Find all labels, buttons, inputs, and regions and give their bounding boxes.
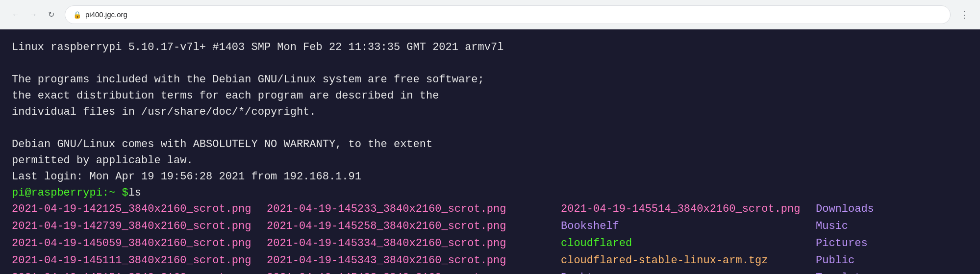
terminal-line-2 [12,55,968,72]
terminal-line-4: the exact distribution terms for each pr… [12,88,968,104]
list-item: 2021-04-19-145111_3840x2160_scrot.png [12,252,267,269]
list-item: 2021-04-19-145258_3840x2160_scrot.png [267,218,561,234]
ls-col-3: 2021-04-19-145514_3840x2160_scrot.png Bo… [561,201,816,274]
forward-button[interactable]: → [25,7,41,23]
address-bar[interactable]: 🔒 pi400.jgc.org [65,5,951,24]
list-item: Pictures [816,235,968,251]
terminal-line-5: individual files in /usr/share/doc/*/cop… [12,104,968,120]
settings-button[interactable]: ⋮ [956,7,972,23]
terminal-line-3: The programs included with the Debian GN… [12,72,968,88]
list-item: 2021-04-19-145334_3840x2160_scrot.png [267,235,561,251]
url-text: pi400.jgc.org [85,10,127,19]
reload-button[interactable]: ↻ [43,7,59,23]
ls-col-1: 2021-04-19-142125_3840x2160_scrot.png 20… [12,201,267,274]
list-item: 2021-04-19-142125_3840x2160_scrot.png [12,201,267,217]
nav-buttons: ← → ↻ [8,7,59,23]
terminal-line-1: Linux raspberrypi 5.10.17-v7l+ #1403 SMP… [12,39,968,55]
terminal-line-6 [12,120,968,136]
ls-col-2: 2021-04-19-145233_3840x2160_scrot.png 20… [267,201,561,274]
list-item: cloudflared-stable-linux-arm.tgz [561,252,816,269]
list-item: Music [816,218,968,234]
list-item: 2021-04-19-145233_3840x2160_scrot.png [267,201,561,217]
ls-output-grid: 2021-04-19-142125_3840x2160_scrot.png 20… [12,201,968,274]
back-button[interactable]: ← [8,7,24,23]
terminal-line-9: Last login: Mon Apr 19 19:56:28 2021 fro… [12,169,968,185]
list-item: Downloads [816,201,968,217]
terminal-line-7: Debian GNU/Linux comes with ABSOLUTELY N… [12,136,968,152]
browser-chrome: ← → ↻ 🔒 pi400.jgc.org ⋮ [0,0,980,29]
list-item: cloudflared [561,235,816,251]
list-item: 2021-04-19-145343_3840x2160_scrot.png [267,252,561,269]
prompt-cmd-1: ls [128,185,141,201]
list-item: 2021-04-19-145423_3840x2160_scrot.png [267,270,561,274]
list-item: 2021-04-19-145151_3840x2160_scrot.png [12,270,267,274]
list-item: Public [816,252,968,269]
ls-col-4: Downloads Music Pictures Public Template… [816,201,968,274]
prompt-line-1: pi@raspberrypi:~ $ ls [12,185,968,201]
terminal: Linux raspberrypi 5.10.17-v7l+ #1403 SMP… [0,29,980,274]
list-item: 2021-04-19-142739_3840x2160_scrot.png [12,218,267,234]
list-item: Desktop [561,270,816,274]
terminal-line-8: permitted by applicable law. [12,152,968,169]
list-item: Bookshelf [561,218,816,234]
list-item: Templates [816,270,968,274]
lock-icon: 🔒 [73,11,81,19]
list-item: 2021-04-19-145059_3840x2160_scrot.png [12,235,267,251]
list-item: 2021-04-19-145514_3840x2160_scrot.png [561,201,816,217]
prompt-user-1: pi@raspberrypi:~ $ [12,185,128,201]
